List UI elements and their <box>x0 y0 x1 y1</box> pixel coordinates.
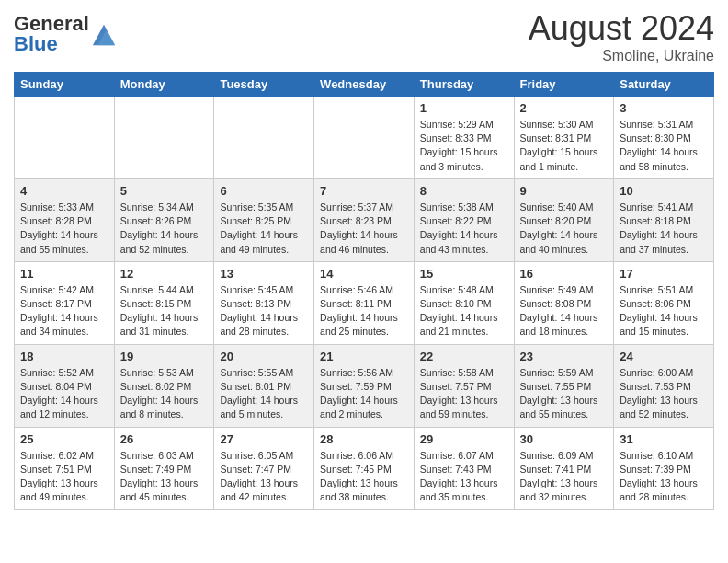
calendar-cell: 7Sunrise: 5:37 AM Sunset: 8:23 PM Daylig… <box>314 178 415 261</box>
calendar-cell: 18Sunrise: 5:52 AM Sunset: 8:04 PM Dayli… <box>15 344 115 427</box>
day-number: 12 <box>120 267 209 281</box>
day-info: Sunrise: 5:35 AM Sunset: 8:25 PM Dayligh… <box>220 201 308 257</box>
calendar-cell: 1Sunrise: 5:29 AM Sunset: 8:33 PM Daylig… <box>414 97 514 179</box>
calendar-cell: 10Sunrise: 5:41 AM Sunset: 8:18 PM Dayli… <box>614 178 714 261</box>
day-number: 7 <box>320 184 408 198</box>
day-number: 2 <box>520 101 609 115</box>
day-of-week-header: Wednesday <box>314 73 415 97</box>
calendar-cell: 26Sunrise: 6:03 AM Sunset: 7:49 PM Dayli… <box>114 427 214 510</box>
calendar-cell <box>314 97 415 179</box>
day-info: Sunrise: 5:41 AM Sunset: 8:18 PM Dayligh… <box>620 201 708 257</box>
day-info: Sunrise: 6:02 AM Sunset: 7:51 PM Dayligh… <box>20 449 108 505</box>
day-number: 17 <box>620 267 708 281</box>
day-info: Sunrise: 5:38 AM Sunset: 8:22 PM Dayligh… <box>420 201 508 257</box>
day-info: Sunrise: 6:00 AM Sunset: 7:53 PM Dayligh… <box>620 366 708 422</box>
day-number: 19 <box>120 350 209 363</box>
calendar-cell: 24Sunrise: 6:00 AM Sunset: 7:53 PM Dayli… <box>614 344 714 427</box>
day-number: 9 <box>520 184 609 198</box>
day-number: 1 <box>420 101 508 115</box>
day-number: 14 <box>320 267 408 281</box>
day-of-week-header: Thursday <box>414 73 514 97</box>
day-info: Sunrise: 5:58 AM Sunset: 7:57 PM Dayligh… <box>420 366 508 422</box>
day-info: Sunrise: 5:51 AM Sunset: 8:06 PM Dayligh… <box>620 283 708 339</box>
day-number: 10 <box>620 184 708 198</box>
day-info: Sunrise: 5:52 AM Sunset: 8:04 PM Dayligh… <box>20 366 108 422</box>
day-info: Sunrise: 6:10 AM Sunset: 7:39 PM Dayligh… <box>620 449 708 505</box>
calendar-week-row: 1Sunrise: 5:29 AM Sunset: 8:33 PM Daylig… <box>15 97 714 179</box>
calendar-cell: 28Sunrise: 6:06 AM Sunset: 7:45 PM Dayli… <box>314 427 415 510</box>
calendar-cell: 15Sunrise: 5:48 AM Sunset: 8:10 PM Dayli… <box>414 261 514 344</box>
day-of-week-header: Friday <box>514 73 614 97</box>
calendar-cell: 6Sunrise: 5:35 AM Sunset: 8:25 PM Daylig… <box>214 178 314 261</box>
day-number: 16 <box>520 267 609 281</box>
calendar-cell: 3Sunrise: 5:31 AM Sunset: 8:30 PM Daylig… <box>614 97 714 179</box>
calendar-cell: 4Sunrise: 5:33 AM Sunset: 8:28 PM Daylig… <box>15 178 115 261</box>
calendar-cell: 23Sunrise: 5:59 AM Sunset: 7:55 PM Dayli… <box>514 344 614 427</box>
calendar-week-row: 18Sunrise: 5:52 AM Sunset: 8:04 PM Dayli… <box>15 344 714 427</box>
day-of-week-header: Saturday <box>614 73 714 97</box>
day-number: 20 <box>220 350 308 363</box>
day-number: 27 <box>220 432 308 446</box>
day-number: 11 <box>20 267 108 281</box>
day-number: 30 <box>520 432 609 446</box>
day-of-week-header: Monday <box>114 73 214 97</box>
day-info: Sunrise: 5:30 AM Sunset: 8:31 PM Dayligh… <box>520 118 609 174</box>
calendar-cell: 20Sunrise: 5:55 AM Sunset: 8:01 PM Dayli… <box>214 344 314 427</box>
logo: General Blue <box>14 14 117 54</box>
month-year: August 2024 <box>529 9 714 48</box>
day-number: 13 <box>220 267 308 281</box>
title-block: August 2024 Smoline, Ukraine <box>529 9 714 64</box>
day-info: Sunrise: 5:37 AM Sunset: 8:23 PM Dayligh… <box>320 201 408 257</box>
day-number: 15 <box>420 267 508 281</box>
calendar-cell: 29Sunrise: 6:07 AM Sunset: 7:43 PM Dayli… <box>414 427 514 510</box>
page-header: General Blue August 2024 Smoline, Ukrain… <box>14 9 714 64</box>
calendar-cell: 16Sunrise: 5:49 AM Sunset: 8:08 PM Dayli… <box>514 261 614 344</box>
calendar-cell: 17Sunrise: 5:51 AM Sunset: 8:06 PM Dayli… <box>614 261 714 344</box>
calendar-cell: 5Sunrise: 5:34 AM Sunset: 8:26 PM Daylig… <box>114 178 214 261</box>
day-info: Sunrise: 5:45 AM Sunset: 8:13 PM Dayligh… <box>220 283 308 339</box>
day-number: 24 <box>620 350 708 363</box>
day-number: 6 <box>220 184 308 198</box>
day-of-week-header: Sunday <box>15 73 115 97</box>
day-info: Sunrise: 5:31 AM Sunset: 8:30 PM Dayligh… <box>620 118 708 174</box>
day-number: 18 <box>20 350 108 363</box>
day-info: Sunrise: 6:09 AM Sunset: 7:41 PM Dayligh… <box>520 449 609 505</box>
day-info: Sunrise: 5:33 AM Sunset: 8:28 PM Dayligh… <box>20 201 108 257</box>
day-info: Sunrise: 5:59 AM Sunset: 7:55 PM Dayligh… <box>520 366 609 422</box>
calendar-week-row: 11Sunrise: 5:42 AM Sunset: 8:17 PM Dayli… <box>15 261 714 344</box>
day-info: Sunrise: 6:05 AM Sunset: 7:47 PM Dayligh… <box>220 449 308 505</box>
calendar-cell: 22Sunrise: 5:58 AM Sunset: 7:57 PM Dayli… <box>414 344 514 427</box>
day-number: 4 <box>20 184 108 198</box>
calendar-cell: 21Sunrise: 5:56 AM Sunset: 7:59 PM Dayli… <box>314 344 415 427</box>
calendar-cell: 8Sunrise: 5:38 AM Sunset: 8:22 PM Daylig… <box>414 178 514 261</box>
day-number: 29 <box>420 432 508 446</box>
day-info: Sunrise: 5:48 AM Sunset: 8:10 PM Dayligh… <box>420 283 508 339</box>
day-info: Sunrise: 5:34 AM Sunset: 8:26 PM Dayligh… <box>120 201 209 257</box>
day-info: Sunrise: 5:53 AM Sunset: 8:02 PM Dayligh… <box>120 366 209 422</box>
day-number: 21 <box>320 350 408 363</box>
day-number: 5 <box>120 184 209 198</box>
day-number: 8 <box>420 184 508 198</box>
calendar-header-row: SundayMondayTuesdayWednesdayThursdayFrid… <box>15 73 714 97</box>
day-of-week-header: Tuesday <box>214 73 314 97</box>
calendar-cell: 27Sunrise: 6:05 AM Sunset: 7:47 PM Dayli… <box>214 427 314 510</box>
day-info: Sunrise: 5:55 AM Sunset: 8:01 PM Dayligh… <box>220 366 308 422</box>
day-number: 26 <box>120 432 209 446</box>
day-info: Sunrise: 6:06 AM Sunset: 7:45 PM Dayligh… <box>320 449 408 505</box>
calendar-table: SundayMondayTuesdayWednesdayThursdayFrid… <box>14 72 714 510</box>
day-number: 3 <box>620 101 708 115</box>
calendar-cell: 30Sunrise: 6:09 AM Sunset: 7:41 PM Dayli… <box>514 427 614 510</box>
calendar-week-row: 4Sunrise: 5:33 AM Sunset: 8:28 PM Daylig… <box>15 178 714 261</box>
day-number: 31 <box>620 432 708 446</box>
calendar-cell: 14Sunrise: 5:46 AM Sunset: 8:11 PM Dayli… <box>314 261 415 344</box>
day-info: Sunrise: 5:29 AM Sunset: 8:33 PM Dayligh… <box>420 118 508 174</box>
calendar-cell: 11Sunrise: 5:42 AM Sunset: 8:17 PM Dayli… <box>15 261 115 344</box>
calendar-week-row: 25Sunrise: 6:02 AM Sunset: 7:51 PM Dayli… <box>15 427 714 510</box>
location: Smoline, Ukraine <box>529 48 714 64</box>
calendar-cell: 19Sunrise: 5:53 AM Sunset: 8:02 PM Dayli… <box>114 344 214 427</box>
day-number: 28 <box>320 432 408 446</box>
day-info: Sunrise: 5:49 AM Sunset: 8:08 PM Dayligh… <box>520 283 609 339</box>
calendar-cell <box>15 97 115 179</box>
day-info: Sunrise: 5:42 AM Sunset: 8:17 PM Dayligh… <box>20 283 108 339</box>
calendar-cell: 12Sunrise: 5:44 AM Sunset: 8:15 PM Dayli… <box>114 261 214 344</box>
